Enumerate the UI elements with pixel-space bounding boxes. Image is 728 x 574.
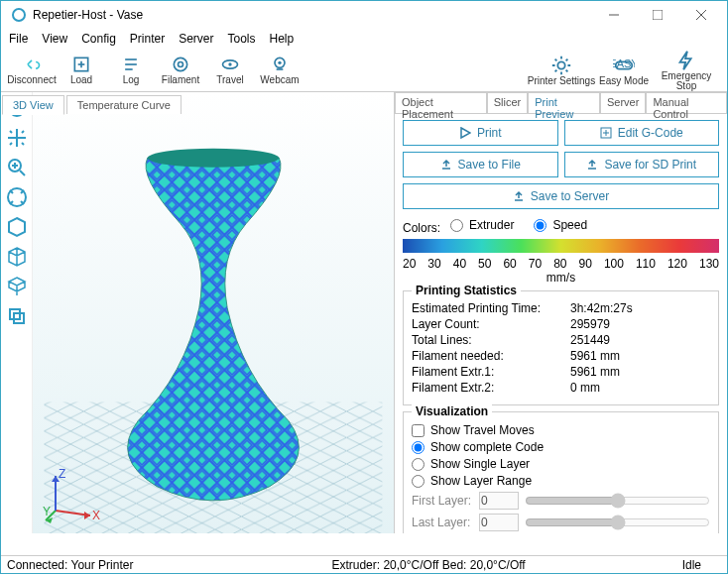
- radio-show-complete[interactable]: [412, 441, 425, 454]
- first-layer-label: First Layer:: [412, 494, 473, 508]
- close-button[interactable]: [679, 1, 723, 29]
- menu-help[interactable]: Help: [270, 32, 295, 46]
- fit-tool[interactable]: [5, 185, 29, 209]
- stat-row: Estimated Printing Time:3h:42m:27s: [412, 301, 710, 315]
- svg-point-16: [278, 61, 281, 64]
- tab-temp-curve-main[interactable]: Temperature Curve: [66, 95, 182, 114]
- svg-point-14: [228, 62, 231, 65]
- log-button[interactable]: Log: [106, 51, 156, 90]
- menu-config[interactable]: Config: [81, 32, 116, 46]
- statusbar: Connected: Your Printer Extruder: 20,0°C…: [1, 555, 727, 573]
- save-sd-button[interactable]: Save for SD Print: [564, 152, 720, 177]
- tab-slicer[interactable]: Slicer: [487, 92, 529, 113]
- status-connection: Connected: Your Printer: [7, 558, 133, 572]
- app-icon: [11, 7, 27, 23]
- 3d-viewport[interactable]: 3D View Temperature Curve X: [33, 92, 394, 533]
- gear-icon: [550, 55, 572, 76]
- menu-printer[interactable]: Printer: [130, 32, 165, 46]
- emergency-stop-button[interactable]: Emergency Stop: [652, 50, 721, 91]
- top-view-tool[interactable]: [5, 275, 29, 298]
- view-toolbar: [1, 92, 33, 533]
- stat-row: Layer Count:295979: [412, 317, 710, 331]
- last-layer-input[interactable]: [479, 514, 519, 531]
- last-layer-slider[interactable]: [525, 515, 710, 530]
- sd-icon: [586, 159, 598, 171]
- status-extruder: Extruder: 20,0°C/Off Bed: 20,0°C/Off: [331, 558, 525, 572]
- svg-text:Z: Z: [59, 467, 65, 481]
- tab-print-preview[interactable]: Print Preview: [528, 92, 600, 113]
- stat-row: Filament Extr.1:5961 mm: [412, 365, 710, 379]
- svg-point-32: [148, 149, 280, 168]
- svg-point-12: [179, 62, 183, 67]
- filament-button[interactable]: Filament: [156, 51, 205, 90]
- webcam-icon: [270, 55, 290, 74]
- stat-row: Filament needed:5961 mm: [412, 349, 710, 363]
- radio-show-single[interactable]: [412, 458, 425, 471]
- color-scale-unit: mm/s: [403, 271, 719, 285]
- window-title: Repetier-Host - Vase: [33, 8, 592, 22]
- printer-settings-button[interactable]: Printer Settings: [527, 55, 596, 86]
- svg-text:Y: Y: [43, 505, 51, 518]
- check-show-travel[interactable]: [412, 424, 425, 437]
- print-button[interactable]: Print: [403, 120, 558, 146]
- svg-marker-34: [84, 512, 90, 519]
- tab-manual-control[interactable]: Manual Control: [646, 92, 727, 113]
- tab-server[interactable]: Server: [600, 92, 646, 113]
- status-idle: Idle: [682, 558, 701, 572]
- radio-extruder[interactable]: [450, 219, 463, 232]
- last-layer-label: Last Layer:: [412, 516, 473, 529]
- svg-point-0: [13, 9, 25, 21]
- tab-object-placement[interactable]: Object Placement: [395, 92, 487, 113]
- export-icon: [440, 159, 452, 171]
- svg-text:EASY: EASY: [613, 57, 635, 68]
- iso-view-tool[interactable]: [5, 215, 29, 239]
- easy-mode-button[interactable]: EASY Easy Mode: [596, 55, 652, 86]
- titlebar: Repetier-Host - Vase: [1, 1, 727, 29]
- disconnect-button[interactable]: Disconnect: [7, 51, 57, 90]
- parallel-view-tool[interactable]: [5, 304, 29, 328]
- stat-row: Filament Extr.2:0 mm: [412, 381, 710, 395]
- play-icon: [459, 127, 471, 139]
- svg-point-11: [174, 57, 186, 70]
- save-server-button[interactable]: Save to Server: [403, 183, 719, 209]
- first-layer-input[interactable]: [479, 492, 519, 510]
- maximize-button[interactable]: [636, 1, 679, 29]
- minimize-button[interactable]: [592, 1, 636, 29]
- travel-button[interactable]: Travel: [205, 51, 255, 90]
- upload-icon: [513, 190, 525, 202]
- visualization-group: Visualization Show Travel Moves Show com…: [403, 411, 719, 533]
- stat-row: Total Lines:251449: [412, 333, 710, 347]
- menu-server[interactable]: Server: [179, 32, 213, 46]
- printing-statistics: Printing Statistics Estimated Printing T…: [403, 290, 719, 405]
- zoom-tool[interactable]: [5, 156, 29, 179]
- edit-icon: [600, 127, 612, 139]
- disconnect-icon: [22, 55, 42, 74]
- bolt-icon: [675, 50, 697, 71]
- axis-gizmo: X Y Z: [41, 466, 100, 525]
- color-mode-row: Colors: Extruder Speed 20304050607080901…: [403, 215, 719, 285]
- tab-3d-view-main[interactable]: 3D View: [2, 95, 64, 115]
- load-icon: [71, 55, 91, 74]
- eye-icon: [220, 55, 240, 74]
- menu-tools[interactable]: Tools: [228, 32, 256, 46]
- save-file-button[interactable]: Save to File: [403, 152, 558, 177]
- main-toolbar: Disconnect Load Log Filament Travel Webc…: [1, 49, 727, 92]
- svg-point-18: [557, 61, 564, 68]
- color-scale: [403, 239, 719, 253]
- menu-view[interactable]: View: [42, 32, 67, 46]
- filament-icon: [171, 55, 190, 74]
- easy-icon: EASY: [613, 55, 635, 76]
- radio-speed[interactable]: [534, 219, 546, 232]
- first-layer-slider[interactable]: [525, 493, 710, 509]
- webcam-button[interactable]: Webcam: [255, 51, 304, 90]
- menu-file[interactable]: File: [9, 32, 28, 46]
- svg-text:X: X: [92, 509, 100, 522]
- pan-tool[interactable]: [5, 126, 29, 150]
- right-panel: Object Placement Slicer Print Preview Se…: [394, 92, 727, 533]
- load-button[interactable]: Load: [57, 51, 106, 90]
- front-view-tool[interactable]: [5, 245, 29, 269]
- log-icon: [121, 55, 141, 74]
- edit-gcode-button[interactable]: Edit G-Code: [564, 120, 720, 146]
- menubar: File View Config Printer Server Tools He…: [1, 29, 727, 49]
- radio-show-range[interactable]: [412, 475, 425, 488]
